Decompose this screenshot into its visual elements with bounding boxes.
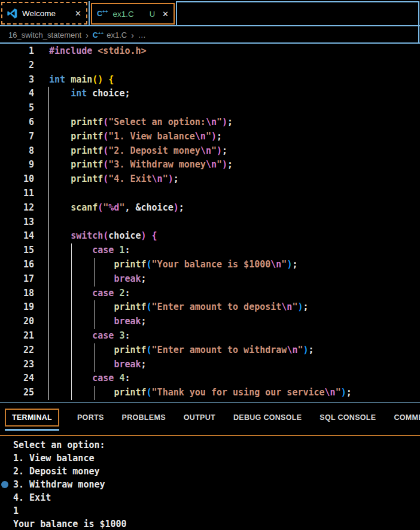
code-line[interactable]: 13 [0, 215, 420, 230]
code-line[interactable]: 10 printf("4. Exit\n"); [0, 172, 420, 187]
code-line[interactable]: 4 int choice; [0, 87, 420, 101]
code-line[interactable]: 24 case 4: [0, 371, 420, 386]
chevron-right-icon: › [131, 31, 134, 40]
tab-label: Welcome [22, 9, 56, 18]
line-number[interactable]: 19 [0, 300, 34, 315]
code-line[interactable]: 3int main() { [0, 73, 420, 87]
indent-guide [94, 258, 95, 287]
line-number[interactable]: 7 [0, 130, 34, 144]
line-number[interactable]: 21 [0, 329, 34, 343]
code-line[interactable]: 19 printf("Enter amount to deposit\n"); [0, 300, 420, 315]
panel-tabs: TERMINALPORTSPROBLEMSOUTPUTDEBUG CONSOLE… [0, 402, 420, 432]
panel-tab-terminal[interactable]: TERMINAL [5, 409, 59, 427]
line-number[interactable]: 17 [0, 272, 34, 287]
line-number[interactable]: 15 [0, 243, 34, 258]
code-line[interactable]: 17 break; [0, 272, 420, 287]
terminal-line: Select an option: [13, 438, 127, 452]
line-number[interactable]: 14 [0, 229, 34, 243]
code-line[interactable]: 9 printf("3. Withdraw money\n"); [0, 158, 420, 172]
line-number[interactable]: 24 [0, 371, 34, 386]
line-number[interactable]: 13 [0, 215, 34, 230]
tabbar-highlight-v [418, 1, 419, 26]
line-number[interactable]: 8 [0, 144, 34, 159]
editor-window: Welcome ✕ C++ ex1.C U ✕ 16_switch_statem… [0, 0, 420, 530]
chevron-right-icon: › [86, 31, 89, 40]
indent-guide [94, 300, 95, 329]
line-number[interactable]: 4 [0, 87, 34, 101]
line-number[interactable]: 2 [0, 59, 34, 73]
cpp-file-icon: C++ [93, 31, 104, 39]
code-line[interactable]: 5 [0, 101, 420, 115]
indent-guide [71, 243, 72, 400]
line-number[interactable]: 25 [0, 386, 34, 400]
panel-tab-sql-console[interactable]: SQL CONSOLE [319, 413, 376, 422]
code-lines: 1#include <stdio.h>23int main() {4 int c… [0, 44, 420, 400]
code-line[interactable]: 23 break; [0, 358, 420, 372]
panel-tab-comments[interactable]: COMMENTS [394, 413, 420, 422]
indent-guide [94, 343, 95, 372]
code-line[interactable]: 6 printf("Select an option:\n"); [0, 115, 420, 130]
code-line[interactable]: 8 printf("2. Deposit money\n"); [0, 144, 420, 159]
line-number[interactable]: 3 [0, 73, 34, 87]
code-line[interactable]: 25 printf("Thank you for using our servi… [0, 386, 420, 400]
panel-tab-output[interactable]: OUTPUT [184, 413, 215, 422]
code-line[interactable]: 22 printf("Enter amount to withdraw\n"); [0, 343, 420, 358]
breadcrumb: 16_switch_statement › C++ ex1.C › … [0, 26, 420, 44]
tab-welcome[interactable]: Welcome ✕ [1, 2, 87, 25]
line-number[interactable]: 6 [0, 115, 34, 130]
tabbar-highlight-top [176, 1, 419, 2]
indent-guide [94, 386, 95, 400]
code-line[interactable]: 1#include <stdio.h> [0, 44, 420, 59]
panel-tab-problems[interactable]: PROBLEMS [122, 413, 166, 422]
breadcrumb-highlight-v [418, 26, 419, 44]
code-line[interactable]: 16 printf("Your balance is $1000\n"); [0, 258, 420, 272]
panel-tab-debug-console[interactable]: DEBUG CONSOLE [233, 413, 302, 422]
close-icon[interactable]: ✕ [162, 10, 169, 19]
code-line[interactable]: 2 [0, 59, 420, 73]
breadcrumb-more[interactable]: … [138, 31, 146, 39]
code-line[interactable]: 7 printf("1. View balance\n"); [0, 130, 420, 144]
line-number[interactable]: 5 [0, 101, 34, 115]
terminal-line: 1. View balance [13, 452, 127, 465]
terminal-line: 2. Deposit money [13, 465, 127, 478]
code-line[interactable]: 18 case 2: [0, 287, 420, 301]
vscode-logo-icon [7, 8, 17, 19]
tab-bar: Welcome ✕ C++ ex1.C U ✕ [0, 0, 420, 26]
terminal-lines: Select an option:1. View balance2. Depos… [13, 438, 127, 530]
tab-ex1c[interactable]: C++ ex1.C U ✕ [91, 3, 175, 25]
line-number[interactable]: 12 [0, 201, 34, 215]
line-number[interactable]: 22 [0, 343, 34, 358]
git-status-badge: U [150, 10, 155, 19]
line-number[interactable]: 20 [0, 315, 34, 329]
breadcrumb-file[interactable]: ex1.C [106, 31, 127, 39]
code-line[interactable]: 20 break; [0, 315, 420, 329]
code-line[interactable]: 21 case 3: [0, 329, 420, 343]
line-number[interactable]: 23 [0, 358, 34, 372]
terminal-panel[interactable]: Select an option:1. View balance2. Depos… [0, 432, 420, 530]
code-line[interactable]: 15 case 1: [0, 243, 420, 258]
code-editor[interactable]: 1#include <stdio.h>23int main() {4 int c… [0, 44, 420, 402]
tab-separator-highlight [89, 1, 90, 26]
line-number[interactable]: 9 [0, 158, 34, 172]
terminal-line: Your balance is $1000 [13, 517, 127, 530]
breadcrumb-folder[interactable]: 16_switch_statement [8, 31, 81, 39]
terminal-highlight-rule [0, 435, 420, 436]
code-line[interactable]: 12 scanf("%d", &choice); [0, 201, 420, 215]
tab-label: ex1.C [112, 10, 133, 19]
line-number[interactable]: 11 [0, 187, 34, 201]
line-number[interactable]: 18 [0, 287, 34, 301]
code-line[interactable]: 11 [0, 187, 420, 201]
indent-guide [48, 87, 49, 400]
line-number[interactable]: 1 [0, 44, 34, 59]
terminal-line: 3. Withdraw money [13, 478, 127, 491]
code-line[interactable]: 14 switch(choice) { [0, 229, 420, 243]
line-number[interactable]: 16 [0, 258, 34, 272]
close-icon[interactable]: ✕ [75, 9, 81, 18]
terminal-line: 1 [13, 504, 127, 517]
command-decoration-dot[interactable] [1, 481, 8, 488]
panel-tab-ports[interactable]: PORTS [77, 413, 104, 422]
line-number[interactable]: 10 [0, 172, 34, 187]
terminal-line: 4. Exit [13, 491, 127, 504]
tabbar-highlight-v [176, 1, 177, 26]
cpp-file-icon: C++ [97, 10, 108, 18]
